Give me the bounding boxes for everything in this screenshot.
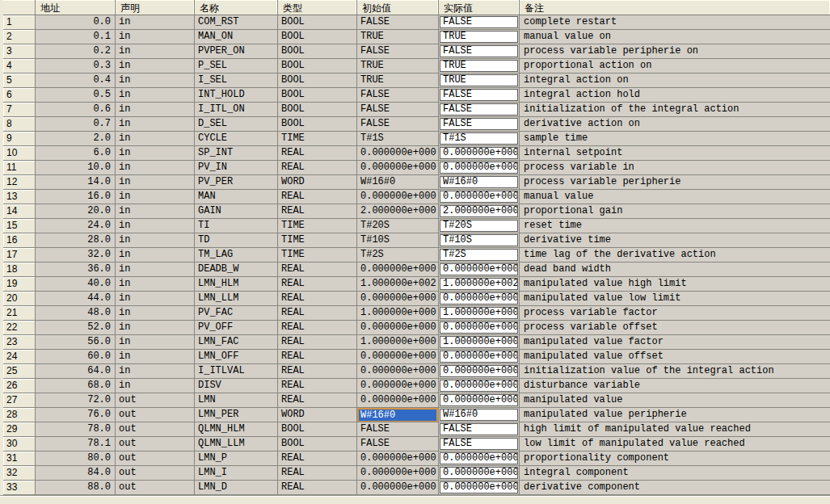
cell-actual-value[interactable]: 0.000000e+000	[439, 146, 520, 160]
cell-declaration[interactable]: in	[116, 364, 195, 378]
cell-name[interactable]: LMN_I	[195, 466, 278, 480]
cell-name[interactable]: LMN_OFF	[195, 350, 278, 363]
cell-declaration[interactable]: in	[116, 248, 195, 262]
cell-name[interactable]: QLMN_LLM	[195, 437, 278, 451]
cell-initial-value[interactable]: 1.000000e+000	[357, 335, 439, 349]
cell-declaration[interactable]: in	[116, 292, 195, 305]
cell-actual-value[interactable]: 1.000000e+000	[439, 335, 520, 349]
cell-initial-value[interactable]: 0.000000e+000	[357, 262, 439, 276]
row-number[interactable]: 19	[3, 277, 36, 291]
cell-actual-value[interactable]: 0.000000e+000	[439, 452, 520, 465]
cell-name[interactable]: PVPER_ON	[195, 44, 278, 58]
cell-name[interactable]: MAN	[195, 190, 278, 204]
cell-name[interactable]: DISV	[195, 379, 278, 393]
cell-address[interactable]: 6.0	[36, 146, 116, 160]
cell-address[interactable]: 0.3	[36, 59, 116, 73]
cell-address[interactable]: 64.0	[36, 364, 116, 378]
cell-address[interactable]: 16.0	[36, 190, 116, 204]
cell-type[interactable]: TIME	[278, 219, 357, 233]
row-number[interactable]: 28	[3, 408, 36, 422]
cell-address[interactable]: 60.0	[36, 350, 116, 363]
cell-actual-value[interactable]: TRUE	[439, 59, 520, 73]
cell-type[interactable]: REAL	[278, 190, 357, 204]
cell-declaration[interactable]: in	[116, 117, 195, 131]
cell-declaration[interactable]: in	[116, 103, 195, 116]
cell-initial-value[interactable]: W#16#0	[357, 408, 439, 422]
cell-address[interactable]: 48.0	[36, 306, 116, 320]
cell-declaration[interactable]: in	[116, 335, 195, 349]
cell-actual-value[interactable]: 0.000000e+000	[439, 393, 520, 407]
cell-address[interactable]: 80.0	[36, 452, 116, 465]
cell-address[interactable]: 14.0	[36, 175, 116, 189]
cell-comment[interactable]: integral action hold	[520, 88, 830, 102]
cell-comment[interactable]: proportional gain	[520, 204, 830, 218]
cell-address[interactable]: 24.0	[36, 219, 116, 233]
cell-type[interactable]: TIME	[278, 248, 357, 262]
cell-initial-value[interactable]: TRUE	[357, 30, 439, 44]
cell-address[interactable]: 56.0	[36, 335, 116, 349]
cell-actual-value[interactable]: 0.000000e+000	[439, 350, 520, 363]
cell-initial-value[interactable]: 0.000000e+000	[357, 292, 439, 305]
cell-actual-value[interactable]: TRUE	[439, 30, 520, 44]
cell-comment[interactable]: manipulated value	[520, 393, 830, 407]
cell-type[interactable]: BOOL	[278, 44, 357, 58]
cell-actual-value[interactable]: T#20S	[439, 219, 520, 233]
cell-actual-value[interactable]: T#2S	[439, 248, 520, 262]
cell-address[interactable]: 0.6	[36, 103, 116, 116]
row-number[interactable]: 23	[3, 335, 36, 349]
cell-comment[interactable]: manipulated value offset	[520, 350, 830, 363]
cell-actual-value[interactable]: 0.000000e+000	[439, 190, 520, 204]
cell-comment[interactable]: process variable in	[520, 161, 830, 174]
cell-name[interactable]: DEADB_W	[195, 262, 278, 276]
cell-initial-value[interactable]: FALSE	[357, 422, 439, 436]
cell-type[interactable]: REAL	[278, 262, 357, 276]
row-number[interactable]: 18	[3, 262, 36, 276]
cell-declaration[interactable]: out	[116, 452, 195, 465]
cell-address[interactable]: 36.0	[36, 262, 116, 276]
row-number[interactable]: 7	[3, 103, 36, 116]
cell-actual-value[interactable]: FALSE	[439, 117, 520, 131]
cell-initial-value[interactable]: 0.000000e+000	[357, 393, 439, 407]
cell-type[interactable]: REAL	[278, 364, 357, 378]
cell-name[interactable]: COM_RST	[195, 15, 278, 29]
cell-address[interactable]: 32.0	[36, 248, 116, 262]
cell-initial-value[interactable]: 2.000000e+000	[357, 204, 439, 218]
cell-comment[interactable]: high limit of manipulated value reached	[520, 422, 830, 436]
cell-actual-value[interactable]: FALSE	[439, 437, 520, 451]
cell-comment[interactable]: manipulated value peripherie	[520, 408, 830, 422]
cell-actual-value[interactable]: T#1S	[439, 132, 520, 145]
cell-initial-value[interactable]: TRUE	[357, 59, 439, 73]
cell-actual-value[interactable]: 0.000000e+000	[439, 262, 520, 276]
cell-type[interactable]: REAL	[278, 292, 357, 305]
cell-comment[interactable]: manual value	[520, 190, 830, 204]
row-number[interactable]: 6	[3, 88, 36, 102]
row-number[interactable]: 3	[3, 44, 36, 58]
cell-name[interactable]: TI	[195, 219, 278, 233]
cell-declaration[interactable]: out	[116, 466, 195, 480]
cell-name[interactable]: QLMN_HLM	[195, 422, 278, 436]
cell-declaration[interactable]: out	[116, 481, 195, 494]
cell-declaration[interactable]: in	[116, 379, 195, 393]
cell-initial-value[interactable]: 1.000000e+000	[357, 306, 439, 320]
row-number[interactable]: 24	[3, 350, 36, 363]
cell-type[interactable]: REAL	[278, 161, 357, 174]
cell-actual-value[interactable]: W#16#0	[439, 408, 520, 422]
cell-type[interactable]: BOOL	[278, 59, 357, 73]
cell-type[interactable]: BOOL	[278, 15, 357, 29]
cell-declaration[interactable]: in	[116, 277, 195, 291]
row-number[interactable]: 9	[3, 132, 36, 145]
cell-actual-value[interactable]: 2.000000e+000	[439, 204, 520, 218]
cell-name[interactable]: LMN_FAC	[195, 335, 278, 349]
cell-name[interactable]: TM_LAG	[195, 248, 278, 262]
cell-comment[interactable]: derivative component	[520, 481, 830, 494]
cell-comment[interactable]: derivative time	[520, 233, 830, 247]
cell-type[interactable]: REAL	[278, 335, 357, 349]
cell-initial-value[interactable]: T#1S	[357, 132, 439, 145]
cell-actual-value[interactable]: TRUE	[439, 74, 520, 87]
cell-address[interactable]: 84.0	[36, 466, 116, 480]
cell-type[interactable]: WORD	[278, 175, 357, 189]
cell-comment[interactable]: disturbance variable	[520, 379, 830, 393]
cell-initial-value[interactable]: 0.000000e+000	[357, 379, 439, 393]
cell-type[interactable]: REAL	[278, 306, 357, 320]
cell-name[interactable]: INT_HOLD	[195, 88, 278, 102]
